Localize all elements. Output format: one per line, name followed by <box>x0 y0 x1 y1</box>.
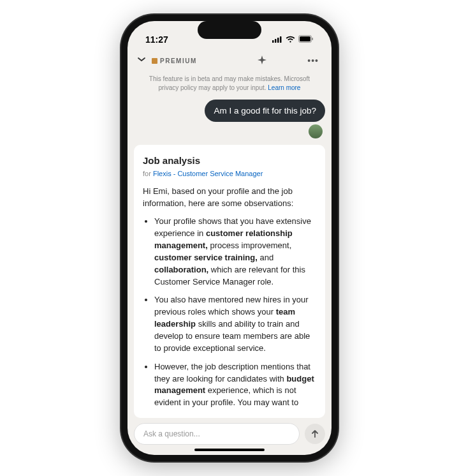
analysis-card: Job analysis for Flexis - Customer Servi… <box>134 145 325 418</box>
more-icon[interactable]: ••• <box>307 56 323 66</box>
svg-rect-3 <box>280 36 282 43</box>
card-subtitle: for Flexis - Customer Service Manager <box>143 169 316 179</box>
bold-text: collaboration, <box>154 265 208 274</box>
screen: 11:27 PREMIUM <box>127 21 332 455</box>
card-title: Job analysis <box>143 154 316 168</box>
premium-label: PREMIUM <box>160 57 197 64</box>
svg-rect-1 <box>275 39 277 43</box>
premium-badge: PREMIUM <box>152 57 197 64</box>
svg-rect-5 <box>300 36 310 41</box>
home-indicator[interactable] <box>194 449 265 451</box>
list-item: However, the job description mentions th… <box>154 361 316 409</box>
text: and <box>258 253 273 262</box>
company-link[interactable]: Flexis - Customer Service Manager <box>153 170 263 177</box>
list-item: Your profile shows that you have extensi… <box>154 216 316 288</box>
send-button[interactable] <box>305 424 325 444</box>
ai-sparkle-icon <box>222 55 302 66</box>
svg-rect-6 <box>312 38 314 40</box>
avatar <box>309 124 323 138</box>
clock: 11:27 <box>145 34 168 45</box>
list-item: You also have mentored new hires in your… <box>154 294 316 354</box>
premium-icon <box>152 58 157 64</box>
cellular-icon <box>272 34 282 45</box>
text: process improvement, <box>208 241 292 250</box>
arrow-up-icon <box>310 429 320 439</box>
svg-rect-0 <box>272 40 274 43</box>
card-intro: Hi Emi, based on your profile and the jo… <box>143 186 316 210</box>
chat-area: Am I a good fit for this job? Job analys… <box>127 97 332 418</box>
phone-frame: 11:27 PREMIUM <box>121 15 338 461</box>
battery-icon <box>298 34 314 45</box>
dynamic-island <box>198 21 261 39</box>
observation-list: Your profile shows that you have extensi… <box>143 216 316 409</box>
user-message-bubble: Am I a good fit for this job? <box>205 100 325 122</box>
question-input[interactable]: Ask a question... <box>134 423 300 445</box>
learn-more-link[interactable]: Learn more <box>268 84 300 91</box>
nav-bar: PREMIUM ••• <box>127 49 332 72</box>
input-bar: Ask a question... <box>127 418 332 449</box>
wifi-icon <box>286 34 295 45</box>
svg-rect-2 <box>277 38 279 43</box>
bold-text: customer service training, <box>154 253 258 262</box>
for-prefix: for <box>143 170 153 177</box>
chevron-down-icon[interactable] <box>136 54 147 67</box>
beta-notice: This feature is in beta and may make mis… <box>127 72 332 97</box>
